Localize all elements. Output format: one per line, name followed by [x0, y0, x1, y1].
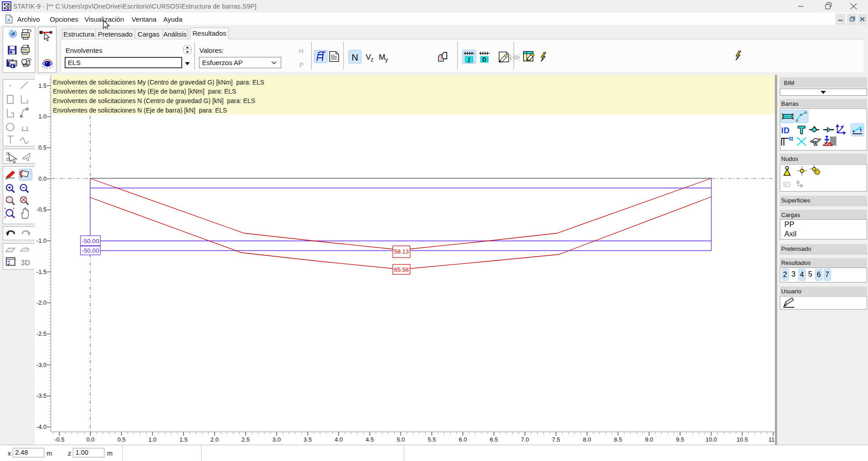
- svg-text:M: M: [379, 53, 385, 61]
- svg-text:-50.00: -50.00: [82, 247, 99, 254]
- svg-text:-50.00: -50.00: [82, 238, 99, 245]
- svg-text:58.13: 58.13: [394, 248, 409, 255]
- svg-text:-2.0: -2.0: [37, 299, 47, 306]
- svg-text:4.0: 4.0: [335, 436, 343, 443]
- svg-text:2.5: 2.5: [241, 436, 250, 443]
- svg-text:0.0: 0.0: [86, 436, 94, 443]
- svg-text:-3.0: -3.0: [37, 362, 47, 368]
- svg-text:10.5: 10.5: [736, 436, 748, 443]
- svg-text:11: 11: [769, 436, 775, 443]
- svg-text:0.5: 0.5: [38, 144, 47, 151]
- svg-text:P: P: [299, 61, 303, 69]
- svg-text:-3.5: -3.5: [37, 392, 47, 399]
- svg-text:1.0: 1.0: [148, 436, 156, 443]
- svg-text:-0.5: -0.5: [54, 436, 64, 443]
- svg-text:Envolventes de solicitaciones: Envolventes de solicitaciones My (Centro…: [53, 79, 264, 86]
- svg-text:-0.5: -0.5: [37, 206, 47, 213]
- svg-text:4.5: 4.5: [366, 436, 374, 443]
- svg-text:D: D: [482, 56, 486, 63]
- svg-text:ID: ID: [781, 126, 790, 135]
- svg-text:9.5: 9.5: [676, 436, 684, 443]
- svg-text:Envolventes de solicitaciones: Envolventes de solicitaciones My (Eje de…: [53, 88, 236, 95]
- svg-text:Envolventes de solicitaciones: Envolventes de solicitaciones N (Centro …: [53, 97, 255, 104]
- svg-text:H: H: [299, 47, 303, 55]
- svg-text:6.5: 6.5: [490, 436, 498, 443]
- svg-text:0.5: 0.5: [118, 436, 126, 443]
- svg-text:3D: 3D: [21, 259, 30, 267]
- svg-text:0.0: 0.0: [38, 175, 47, 182]
- svg-text:-1.0: -1.0: [37, 237, 47, 244]
- svg-text:ID: ID: [783, 180, 791, 189]
- svg-text:1.0: 1.0: [38, 113, 47, 120]
- svg-text:i: i: [509, 53, 512, 62]
- svg-text:1.5: 1.5: [179, 436, 188, 443]
- svg-text:65.58: 65.58: [394, 266, 409, 273]
- svg-text:7.0: 7.0: [521, 436, 529, 443]
- svg-text:8.0: 8.0: [583, 436, 591, 443]
- svg-text:5.0: 5.0: [396, 436, 405, 443]
- svg-text:3.0: 3.0: [273, 436, 281, 443]
- svg-text:Envolventes de solicitaciones: Envolventes de solicitaciones N (Eje de …: [53, 107, 227, 114]
- svg-text:-2.5: -2.5: [37, 330, 47, 337]
- svg-text:8.5: 8.5: [614, 436, 622, 443]
- svg-text:5.5: 5.5: [428, 436, 436, 443]
- svg-text:y: y: [385, 56, 388, 63]
- svg-text:7.5: 7.5: [552, 436, 560, 443]
- svg-text:10.0: 10.0: [705, 436, 717, 443]
- svg-text:-4.0: -4.0: [37, 423, 47, 430]
- svg-text:6.0: 6.0: [459, 436, 467, 443]
- svg-text:1.5: 1.5: [38, 82, 47, 89]
- svg-text:3.5: 3.5: [304, 436, 312, 443]
- svg-text:-1.5: -1.5: [37, 268, 47, 275]
- svg-text:z: z: [371, 56, 373, 63]
- svg-text:2.0: 2.0: [211, 436, 219, 443]
- svg-text:N: N: [352, 52, 358, 62]
- svg-text:9.0: 9.0: [645, 436, 653, 443]
